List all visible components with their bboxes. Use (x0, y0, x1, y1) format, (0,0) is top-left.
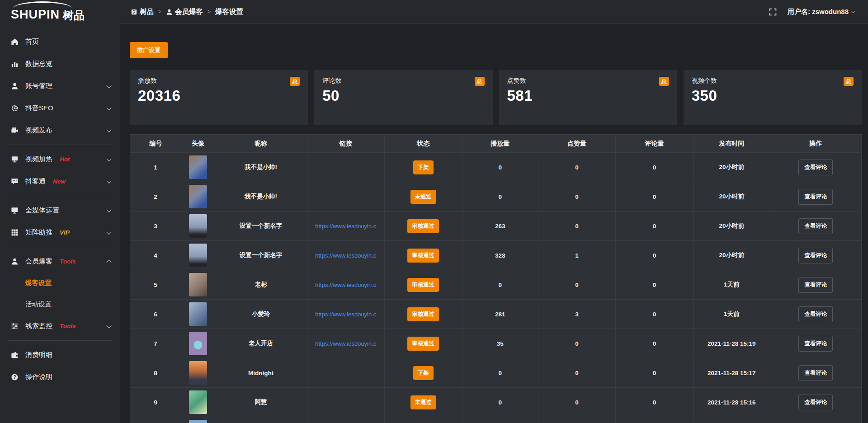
sidebar-item-操作说明[interactable]: ?操作说明 (0, 366, 120, 388)
view-comments-button[interactable]: 查看评论 (798, 218, 833, 234)
cell-avatar (181, 300, 215, 329)
cell-link: https://www.iesdouyin.c (307, 270, 385, 300)
breadcrumb-item-会员爆客[interactable]: 会员爆客 (166, 7, 203, 17)
cell-likes: 0 (538, 388, 616, 417)
user-icon (166, 9, 173, 15)
status-badge-button[interactable]: 下架 (413, 160, 434, 174)
status-badge-button[interactable]: 审核通过 (407, 337, 439, 351)
view-comments-button[interactable]: 查看评论 (798, 160, 833, 175)
video-link[interactable]: https://www.iesdouyin.c (309, 311, 383, 318)
view-comments-button[interactable]: 查看评论 (798, 306, 833, 322)
cell-avatar (181, 417, 215, 423)
cell-likes: 0 (538, 329, 616, 358)
total-badge: 总 (659, 77, 669, 86)
cell-nickname: 老彬 (215, 270, 307, 300)
sidebar-divider (8, 340, 112, 341)
sidebar-item-视频加热[interactable]: 视频加热Hot (0, 148, 120, 170)
breadcrumb-item-爆客设置[interactable]: 爆客设置 (215, 7, 243, 17)
sidebar-item-label: 会员爆客 (25, 257, 52, 266)
stat-cards: 播放数 总 20316 评论数 总 50 点赞数 总 581 (130, 70, 862, 125)
svg-text:?: ? (13, 375, 16, 380)
stat-card-comments: 评论数 总 50 (314, 70, 492, 125)
cell-id: 1 (130, 153, 181, 182)
sidebar-item-首页[interactable]: 首页 (0, 31, 120, 53)
username-menu[interactable]: 用户名: zswodun88 (788, 8, 854, 16)
cell-plays: 0 (462, 270, 538, 300)
sidebar-item-线索监控[interactable]: 线索监控Tools (0, 315, 120, 337)
sidebar-item-矩阵助推[interactable]: 矩阵助推VIP (0, 221, 120, 244)
sidebar-item-账号管理[interactable]: 账号管理 (0, 75, 120, 97)
video-link[interactable]: https://www.iesdouyin.c (309, 282, 383, 288)
sidebar-subitem-活动设置[interactable]: 活动设置 (0, 294, 120, 315)
cell-link: https://www.iesdouyin.c (307, 241, 385, 270)
cell-likes: 0 (538, 153, 616, 182)
cell-avatar (181, 329, 215, 358)
sidebar-subitem-爆客设置[interactable]: 爆客设置 (0, 273, 120, 294)
view-comments-button[interactable]: 查看评论 (798, 336, 833, 352)
chevron-down-icon (107, 107, 111, 110)
avatar (189, 420, 207, 423)
status-badge-button[interactable]: 未通过 (410, 190, 437, 204)
topbar: 树品>会员爆客>爆客设置 用户名: zswodun88 (120, 0, 868, 24)
view-comments-button[interactable]: 查看评论 (798, 365, 833, 381)
cell-published: 1天前 (693, 270, 770, 300)
cell-published: 2021-11-28 15:16 (693, 388, 770, 417)
stat-card-plays: 播放数 总 20316 (130, 70, 308, 125)
view-comments-button[interactable]: 查看评论 (798, 248, 833, 263)
promo-settings-button[interactable]: 推广设置 (130, 42, 168, 58)
status-badge-button[interactable]: 审核通过 (407, 278, 439, 292)
cell-link: https://www.iesdouyin.c (307, 212, 385, 241)
cell-link (307, 358, 385, 388)
fullscreen-icon[interactable] (769, 8, 777, 16)
chevron-down-icon (851, 9, 855, 13)
cell-id: 3 (130, 212, 181, 241)
app-logo[interactable]: SHUPIN 树品 (0, 0, 120, 24)
logo-arc-decoration (14, 1, 71, 8)
cell-comments: 0 (616, 300, 693, 329)
sidebar-item-全媒体运营[interactable]: 全媒体运营 (0, 199, 120, 221)
cell-likes: 0 (538, 212, 616, 241)
view-comments-button[interactable]: 查看评论 (798, 189, 833, 205)
sidebar-subitem-label: 爆客设置 (25, 279, 52, 287)
sidebar-item-抖音SEO[interactable]: 抖音SEO (0, 97, 120, 119)
chevron-down-icon (107, 158, 111, 161)
status-badge-button[interactable]: 审核通过 (407, 307, 439, 321)
stat-card-likes: 点赞数 总 581 (499, 70, 677, 125)
cell-avatar (181, 358, 215, 388)
sidebar-item-消费明细[interactable]: 消费明细 (0, 344, 120, 366)
cell-comments (616, 417, 693, 423)
table-row: 5老彬https://www.iesdouyin.c审核通过0001天前查看评论 (130, 270, 862, 300)
breadcrumb-item-树品[interactable]: 树品 (131, 7, 154, 17)
cell-plays: 0 (462, 153, 538, 182)
sidebar-item-视频发布[interactable]: 视频发布 (0, 119, 120, 141)
sidebar-item-badge: VIP (60, 229, 70, 236)
cell-link: https://www.iesdouyin.c (307, 329, 385, 358)
status-badge-button[interactable]: 下架 (413, 366, 434, 380)
sidebar-item-数据总览[interactable]: 数据总览 (0, 53, 120, 75)
video-link[interactable]: https://www.iesdouyin.c (309, 223, 383, 230)
status-badge-button[interactable]: 审核通过 (407, 219, 439, 233)
column-header: 昵称 (215, 135, 307, 153)
breadcrumb: 树品>会员爆客>爆客设置 (131, 7, 243, 17)
monitor-icon (11, 207, 19, 214)
avatar (189, 302, 207, 326)
cell-published: 2021-11-28 15:17 (693, 358, 770, 388)
view-comments-button[interactable]: 查看评论 (798, 277, 833, 293)
status-badge-button[interactable]: 审核通过 (407, 249, 439, 263)
cell-plays: 35 (462, 329, 538, 358)
cell-nickname: 我不是小帅! (215, 153, 307, 182)
cell-nickname: 我不是小帅! (215, 182, 307, 212)
avatar (189, 332, 207, 355)
view-comments-button[interactable]: 查看评论 (798, 395, 833, 410)
cell-likes: 1 (538, 241, 616, 270)
avatar (189, 155, 207, 179)
video-link[interactable]: https://www.iesdouyin.c (309, 252, 383, 259)
cell-published: 20小时前 (693, 182, 770, 212)
sidebar-item-label: 矩阵助推 (25, 228, 52, 237)
video-link[interactable]: https://www.iesdouyin.c (309, 340, 383, 347)
cell-avatar (181, 153, 215, 182)
cell-status: 未通过 (385, 388, 462, 417)
status-badge-button[interactable]: 未通过 (410, 395, 437, 409)
sidebar-item-会员爆客[interactable]: 会员爆客Tools (0, 250, 120, 273)
sidebar-item-抖客通[interactable]: 抖客通New (0, 170, 120, 193)
